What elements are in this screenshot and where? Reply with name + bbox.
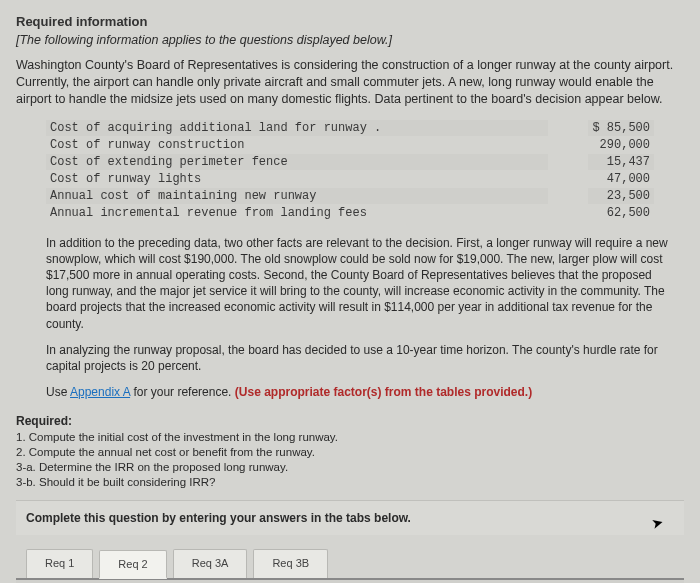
tab-req-3b[interactable]: Req 3B: [253, 549, 328, 578]
tab-req-3a[interactable]: Req 3A: [173, 549, 248, 578]
required-item: 2. Compute the annual net cost or benefi…: [16, 445, 684, 460]
required-item: 3-a. Determine the IRR on the proposed l…: [16, 460, 684, 475]
cost-value: 290,000: [588, 137, 654, 153]
reference-paragraph: Use Appendix A for your reference. (Use …: [46, 384, 672, 400]
tab-req-2[interactable]: Req 2: [99, 550, 166, 579]
cost-value: 47,000: [588, 171, 654, 187]
additional-facts-paragraph: In addition to the preceding data, two o…: [46, 235, 672, 332]
required-item: 3-b. Should it be built considering IRR?: [16, 475, 684, 490]
intro-note: [The following information applies to th…: [16, 33, 684, 47]
cost-data-table: Cost of acquiring additional land for ru…: [46, 120, 654, 221]
required-item: 1. Compute the initial cost of the inves…: [16, 430, 684, 445]
cost-label: Annual incremental revenue from landing …: [46, 205, 548, 221]
tabs-row: Req 1 Req 2 Req 3A Req 3B: [16, 549, 684, 578]
instruction-bar: Complete this question by entering your …: [16, 500, 684, 535]
background-paragraph: Washington County's Board of Representat…: [16, 57, 684, 108]
section-heading: Required information: [16, 14, 684, 29]
required-title: Required:: [16, 414, 684, 428]
ref-mid: for your reference.: [130, 385, 235, 399]
cost-label: Cost of extending perimeter fence: [46, 154, 548, 170]
tab-req-1[interactable]: Req 1: [26, 549, 93, 578]
cost-value: 62,500: [588, 205, 654, 221]
required-block: Required: 1. Compute the initial cost of…: [16, 414, 684, 490]
cost-label: Cost of acquiring additional land for ru…: [46, 120, 548, 136]
cost-value: 23,500: [588, 188, 654, 204]
cost-label: Annual cost of maintaining new runway: [46, 188, 548, 204]
appendix-link[interactable]: Appendix A: [70, 385, 130, 399]
cost-label: Cost of runway lights: [46, 171, 548, 187]
ref-instruction: (Use appropriate factor(s) from the tabl…: [235, 385, 532, 399]
cost-label: Cost of runway construction: [46, 137, 548, 153]
analysis-paragraph: In analyzing the runway proposal, the bo…: [46, 342, 672, 374]
cost-value: 15,437: [588, 154, 654, 170]
ref-pre: Use: [46, 385, 70, 399]
cost-value: $ 85,500: [588, 120, 654, 136]
